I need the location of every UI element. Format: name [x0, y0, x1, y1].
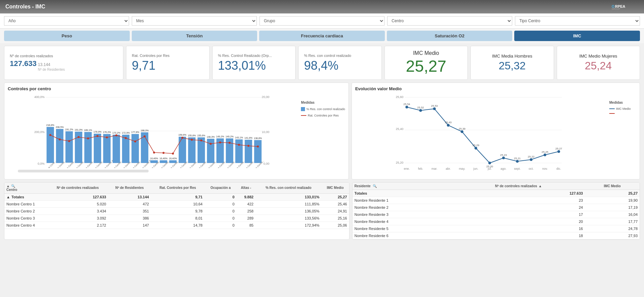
svg-point-100 — [228, 142, 231, 144]
svg-text:25,22: 25,22 — [528, 155, 535, 158]
svg-text:148,3%: 148,3% — [207, 136, 215, 138]
kpi-row: Nº de controles realizados 127.633 13.14… — [0, 43, 644, 82]
residente-name: Nombre Residente 1 — [352, 197, 452, 204]
tab-imc[interactable]: IMC — [514, 31, 640, 41]
tab-frecuencia[interactable]: Frecuencia cardiaca — [259, 31, 385, 41]
th-altas: Altas - — [237, 183, 255, 194]
logo: O RPEA GROUP — [612, 2, 639, 11]
filter-grupo[interactable]: Grupo — [259, 16, 385, 26]
kpi-res-control-label: % Res. con control realizado — [304, 54, 376, 58]
table-row: Nombre Residente 3 17 16,04 — [352, 211, 640, 218]
svg-point-89 — [125, 137, 127, 139]
tab-saturacion[interactable]: Saturación O2 — [387, 31, 513, 41]
res-controles: 20 — [452, 218, 585, 225]
residente-name: Nombre Residente 4 — [352, 218, 452, 225]
centro-name: Nombre Centro 1 — [4, 200, 47, 207]
svg-text:ago.: ago. — [500, 167, 507, 170]
filter-ano[interactable]: Año — [4, 16, 129, 26]
svg-point-97 — [200, 139, 202, 141]
svg-text:149,2%: 149,2% — [216, 135, 224, 138]
res-imc: 16,04 — [585, 211, 640, 218]
row-rat: 14,78 — [151, 222, 205, 229]
th-res-imc: IMC Medio — [585, 183, 640, 190]
search-centro-icon[interactable]: 🔍 — [11, 184, 15, 188]
svg-rect-39 — [131, 134, 139, 163]
svg-point-93 — [162, 152, 164, 154]
table-centro-total: ▲ Totales 127.633 13.144 9,71 0 9.882 13… — [4, 193, 349, 200]
kpi-controles-values: 127.633 13.144 Nº de Residientes — [10, 59, 118, 72]
total-centro-label: ▲ Totales — [4, 193, 47, 200]
svg-text:218,8%: 218,8% — [46, 124, 54, 126]
th-imc-medio: IMC Medio — [321, 183, 349, 194]
tab-peso[interactable]: Peso — [4, 31, 130, 41]
svg-point-82 — [59, 138, 61, 140]
res-imc: 17,77 — [585, 218, 640, 225]
svg-point-132 — [544, 154, 546, 156]
filter-centro[interactable]: Centro — [387, 16, 512, 26]
row-altas: 258 — [237, 207, 255, 214]
res-controles: 16 — [452, 225, 585, 232]
svg-text:25,52: 25,52 — [417, 106, 424, 109]
chart-controles-centro: Controles por centro 400,0% 200,0% 0,0% … — [4, 82, 349, 179]
total-altas: 9.882 — [237, 193, 255, 200]
totales-sort-icon: ▲ — [6, 195, 10, 199]
search-residente-icon[interactable]: 🔍 — [373, 184, 377, 188]
legend-imc-label: IMC Medio — [616, 107, 631, 110]
svg-point-129 — [502, 157, 505, 159]
table-row: Nombre Centro 2 3.434 351 9,78 0 258 136… — [4, 207, 349, 214]
chart-scrollbar[interactable] — [18, 170, 149, 172]
table-residente-header: Residente 🔍 Nº de controles realizados ▲… — [352, 183, 640, 190]
svg-rect-27 — [94, 134, 101, 163]
svg-text:143,1%: 143,1% — [235, 136, 243, 139]
svg-text:16,40%: 16,40% — [169, 157, 177, 160]
charts-row: Controles por centro 400,0% 200,0% 0,0% … — [0, 82, 644, 182]
svg-text:16,46%: 16,46% — [150, 157, 158, 160]
residente-name: Nombre Residente 3 — [352, 211, 452, 218]
svg-text:25,29: 25,29 — [472, 144, 480, 147]
residente-name: Nombre Residente 2 — [352, 204, 452, 211]
centro-sort-icon: ▲ — [6, 184, 10, 188]
row-imc: 25,16 — [321, 214, 349, 222]
legend-item-bar: % Res. con control realizado — [301, 107, 345, 111]
th-res-control: % Res. con control realizado — [255, 183, 321, 194]
filter-tipo-centro[interactable]: Tipo Centro — [515, 16, 640, 26]
kpi-res-control-value: 98,4% — [304, 59, 376, 72]
kpi-imc-medio-value: 25,27 — [390, 58, 462, 75]
kpi-controles-subnum: 13.144 — [38, 62, 51, 67]
chart-left-svg-container: 400,0% 200,0% 0,0% 20,00 10,00 0,00 — [8, 94, 298, 172]
centro-name: Nombre Centro 4 — [4, 222, 47, 229]
chart-evolucion: Evolución valor Medio 25,60 25,40 25,20 … — [351, 82, 640, 179]
svg-point-98 — [210, 143, 212, 145]
filter-mes[interactable]: Mes — [132, 16, 257, 26]
row-res-control: 133,56% — [255, 214, 321, 222]
svg-text:177,8%: 177,8% — [131, 131, 139, 133]
legend-bar-label: % Res. con control realizado — [306, 107, 345, 111]
svg-text:25,23: 25,23 — [500, 154, 507, 157]
kpi-res-control: % Res. con control realizado 98,4% — [298, 46, 381, 80]
svg-text:25,20: 25,20 — [396, 161, 403, 164]
chart-right-content: 25,60 25,40 25,20 ene. feb. mar. abr. ma… — [355, 94, 636, 176]
svg-text:may.: may. — [459, 167, 465, 170]
svg-text:ene.: ene. — [404, 167, 410, 170]
svg-point-126 — [461, 130, 463, 133]
legend-red-item — [609, 113, 636, 114]
filter-bar: Año Mes Grupo Centro Tipo Centro — [0, 13, 644, 29]
svg-point-130 — [516, 160, 519, 163]
kpi-res-control-orp-label: % Res. Control Realizado (Orp... — [218, 54, 290, 58]
kpi-ratio-label: Rat. Controles por Res — [132, 54, 204, 58]
svg-point-94 — [172, 153, 174, 155]
svg-text:155,8%: 155,8% — [188, 134, 196, 137]
svg-text:178,9%: 178,9% — [93, 131, 101, 133]
svg-text:173,2%: 173,2% — [112, 132, 120, 134]
svg-point-101 — [238, 144, 240, 146]
svg-point-125 — [447, 124, 450, 127]
table-row: Nombre Residente 1 23 19,90 — [352, 197, 640, 204]
svg-text:188,0%: 188,0% — [141, 129, 149, 132]
svg-text:189,1%: 189,1% — [84, 129, 92, 131]
th-rat-controles: Rat. Controles por Res — [151, 183, 205, 194]
svg-text:GROUP: GROUP — [612, 8, 620, 10]
bottom-row: ▲ 🔍 Centro Nº de controles realizados Nº… — [0, 182, 644, 242]
tab-tension[interactable]: Tensión — [132, 31, 257, 41]
chart-left-content: 400,0% 200,0% 0,0% 20,00 10,00 0,00 — [8, 94, 345, 172]
row-res-control: 172,94% — [255, 222, 321, 229]
